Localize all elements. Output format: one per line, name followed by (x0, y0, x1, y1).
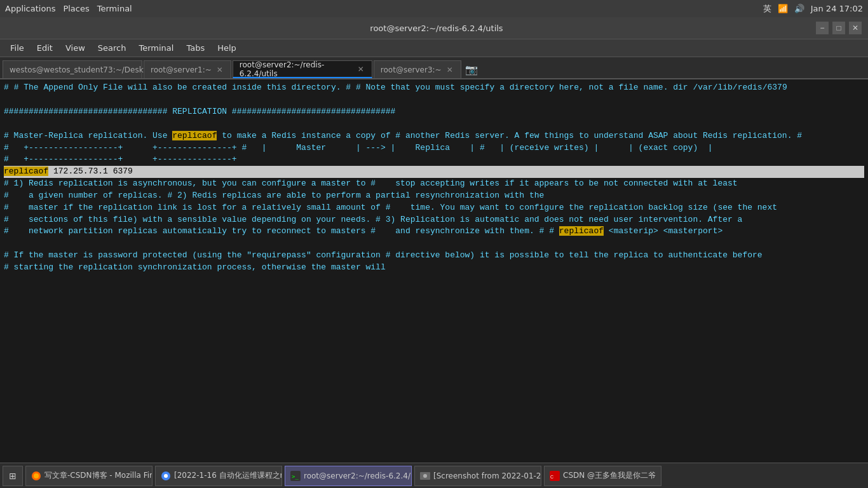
tab-1-close[interactable]: ✕ (215, 65, 224, 74)
line-1: # (4, 83, 9, 92)
menu-view[interactable]: View (60, 42, 90, 54)
line-5: dir /var/lib/redis/6379 (673, 83, 787, 92)
taskbar-csdn-label: CSDN @王多鱼我是你二爷 (563, 470, 656, 481)
line-13: # | Master | ---> | Replica | (241, 143, 475, 152)
volume-icon: 🔊 (794, 4, 804, 13)
maximize-button[interactable]: □ (832, 22, 845, 34)
line-21: # master if the replication link is lost… (4, 203, 381, 212)
menu-tabs[interactable]: Tabs (181, 42, 210, 54)
menu-help[interactable]: Help (212, 42, 241, 54)
taskbar-chrome-label: [2022-1-16 自动化运维课程之redis... (174, 470, 282, 481)
line-23: # sections of this file) with a sensible… (4, 215, 370, 224)
system-bar: Applications Places Terminal 英 📶 🔊 Jan 2… (0, 0, 868, 17)
line-15: # +------------------+ +---------------+ (4, 154, 237, 164)
line-31: # directive below) it is possible to tel… (386, 250, 763, 260)
line-19: # a given number of replicas. (4, 191, 163, 200)
close-button[interactable]: ✕ (849, 22, 862, 34)
tab-3[interactable]: root@server3:~ ✕ (374, 60, 461, 78)
tab-0-label: westos@westos_student73:~/Deskt... (10, 65, 154, 74)
menu-search[interactable]: Search (93, 42, 132, 54)
system-bar-left: Applications Places Terminal (5, 4, 132, 13)
line-18: # stop accepting writes if it appears to… (370, 179, 737, 188)
line-26: # and resynchronize with them. (370, 226, 534, 236)
line-10: # another Redis server. A few things to … (395, 131, 792, 140)
line-12: # +------------------+ +---------------+ (4, 143, 237, 152)
line-3: # (346, 83, 351, 92)
window-controls: − □ ✕ (816, 22, 862, 34)
menu-terminal[interactable]: Terminal (133, 42, 179, 54)
tab-3-close[interactable]: ✕ (445, 65, 454, 74)
line-22: # time. You may want to configure the re… (386, 203, 777, 212)
terminal-menu[interactable]: Terminal (97, 4, 132, 13)
line-16-selected: replicaof 172.25.73.1 6379 (4, 166, 864, 178)
line-4: # Note that you must specify a directory… (356, 83, 668, 92)
tab-3-label: root@server3:~ (381, 65, 442, 74)
taskbar-firefox-label: 写文章-CSDN博客 - Mozilla Firefox (44, 470, 153, 481)
taskbar-firefox[interactable]: 写文章-CSDN博客 - Mozilla Firefox (25, 466, 153, 486)
minimize-button[interactable]: − (816, 22, 829, 34)
screenshot-icon (420, 471, 430, 481)
tab-2-close[interactable]: ✕ (356, 65, 365, 74)
line-27: # (539, 226, 545, 236)
chrome-icon (161, 471, 171, 481)
svg-text:C: C (550, 475, 553, 479)
line-11: # (797, 131, 802, 140)
svg-point-1 (34, 473, 39, 478)
places-menu[interactable]: Places (63, 4, 89, 13)
taskbar-csdn[interactable]: C CSDN @王多鱼我是你二爷 (544, 466, 661, 486)
applications-menu[interactable]: Applications (5, 4, 55, 13)
window-title: root@server2:~/redis-6.2.4/utils (57, 24, 816, 33)
menu-file[interactable]: File (5, 42, 29, 54)
line-17: # 1) Redis replication is asynchronous, … (4, 179, 366, 188)
line-7: ################################# REPLIC… (4, 107, 395, 116)
line-14: # | (receive writes) | | (exact copy) | (480, 143, 713, 152)
line-32: # starting the replication synchronizati… (4, 262, 386, 272)
title-bar: root@server2:~/redis-6.2.4/utils − □ ✕ (0, 17, 868, 39)
taskbar-left-button[interactable]: ⊞ (3, 466, 23, 486)
tab-0[interactable]: westos@westos_student73:~/Deskt... ✕ (3, 60, 142, 78)
line-20: # 2) Redis replicas are able to perform … (167, 191, 544, 200)
tab-2[interactable]: root@server2:~/redis-6.2.4/utils ✕ (233, 60, 372, 78)
wifi-icon: 📶 (778, 4, 788, 13)
taskbar-chrome[interactable]: [2022-1-16 自动化运维课程之redis... (155, 466, 282, 486)
new-tab-button[interactable]: 📷 (463, 60, 480, 78)
line-29 (4, 238, 864, 250)
tab-bar: westos@westos_student73:~/Deskt... ✕ roo… (0, 57, 868, 79)
datetime-label: Jan 24 17:02 (811, 4, 863, 13)
tab-1[interactable]: root@server1:~ ✕ (144, 60, 231, 78)
svg-text:>_: >_ (292, 473, 299, 480)
camera-icon: 📷 (465, 64, 478, 76)
line-24: # 3) Replication is automatic and does n… (376, 215, 742, 224)
taskbar-screenshot-label: [Screenshot from 2022-01-24 14-... (433, 471, 541, 480)
taskbar-terminal-label: root@server2:~/redis-6.2.4/utils (304, 471, 412, 480)
tab-2-label: root@server2:~/redis-6.2.4/utils (240, 60, 353, 78)
line-9: # Master-Replica replication. Use replic… (4, 131, 391, 140)
line-6 (4, 94, 864, 106)
csdn-icon: C (550, 471, 560, 481)
line-8 (4, 118, 864, 130)
menu-edit[interactable]: Edit (32, 42, 58, 54)
system-bar-right: 英 📶 🔊 Jan 24 17:02 (763, 3, 863, 15)
line-28: # replicaof <masterip> <masterport> (549, 226, 722, 236)
terminal-content[interactable]: # # The Append Only File will also be cr… (0, 79, 868, 474)
terminal-icon: >_ (290, 471, 301, 481)
firefox-icon (31, 471, 41, 481)
tab-1-label: root@server1:~ (151, 65, 212, 74)
line-25: # network partition replicas automatical… (4, 226, 366, 236)
taskbar-terminal[interactable]: >_ root@server2:~/redis-6.2.4/utils (285, 466, 412, 486)
taskbar: ⊞ 写文章-CSDN博客 - Mozilla Firefox [2022-1-1… (0, 463, 868, 488)
svg-point-7 (423, 474, 427, 478)
terminal-window: root@server2:~/redis-6.2.4/utils − □ ✕ F… (0, 17, 868, 488)
taskbar-screenshot[interactable]: [Screenshot from 2022-01-24 14-... (414, 466, 541, 486)
svg-point-3 (164, 474, 168, 478)
menu-bar: File Edit View Search Terminal Tabs Help (0, 39, 868, 57)
language-indicator[interactable]: 英 (763, 3, 771, 15)
line-30: # If the master is password protected (u… (4, 250, 381, 260)
line-2: # The Append Only File will also be crea… (14, 83, 341, 92)
